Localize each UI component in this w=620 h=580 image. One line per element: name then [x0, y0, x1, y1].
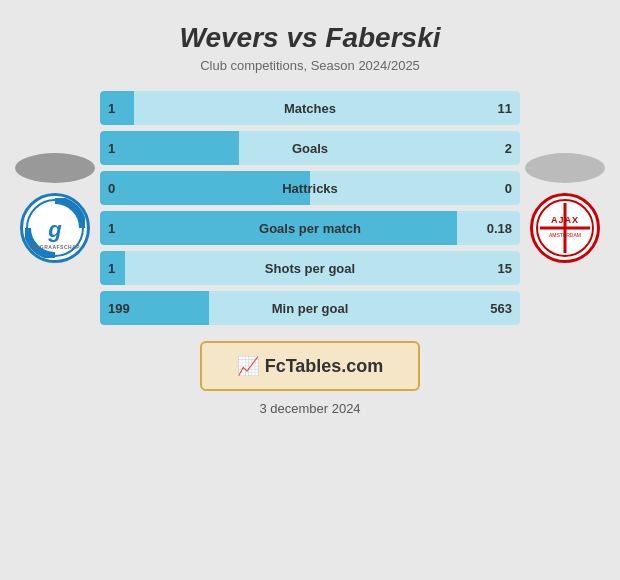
- stat-row: 1Goals per match0.18: [100, 211, 520, 245]
- stat-left-val-2: 0: [108, 181, 115, 196]
- stat-right-val-2: 0: [505, 181, 512, 196]
- stat-row: 1Goals2: [100, 131, 520, 165]
- svg-text:g: g: [47, 217, 62, 242]
- page-subtitle: Club competitions, Season 2024/2025: [200, 58, 420, 73]
- fctables-banner: 📈 FcTables.com: [200, 341, 420, 391]
- svg-text:AJAX: AJAX: [551, 215, 579, 225]
- stat-row: 1Matches11: [100, 91, 520, 125]
- stat-right-val-3: 0.18: [487, 221, 512, 236]
- page-title: Wevers vs Faberski: [180, 22, 441, 54]
- stat-right-val-0: 11: [498, 101, 512, 116]
- svg-text:DE GRAAFSCHAP: DE GRAAFSCHAP: [30, 244, 80, 250]
- right-ellipse-decoration: [525, 153, 605, 183]
- left-ellipse-decoration: [15, 153, 95, 183]
- fctables-icon: 📈: [237, 355, 259, 377]
- right-team-logo: AJAX AMSTERDAM: [520, 153, 610, 263]
- stat-label-3: Goals per match: [259, 221, 361, 236]
- stat-left-val-0: 1: [108, 101, 115, 116]
- stat-right-val-5: 563: [490, 301, 512, 316]
- left-team-logo: g DE GRAAFSCHAP: [10, 153, 100, 263]
- stat-label-4: Shots per goal: [265, 261, 355, 276]
- stat-label-2: Hattricks: [282, 181, 338, 196]
- stat-label-0: Matches: [284, 101, 336, 116]
- stat-row: 1Shots per goal15: [100, 251, 520, 285]
- stat-label-5: Min per goal: [272, 301, 349, 316]
- stat-left-val-5: 199: [108, 301, 130, 316]
- stat-left-val-4: 1: [108, 261, 115, 276]
- stat-row: 0Hattricks0: [100, 171, 520, 205]
- stats-area: 1Matches111Goals20Hattricks01Goals per m…: [100, 91, 520, 325]
- stat-right-val-4: 15: [498, 261, 512, 276]
- stat-label-1: Goals: [292, 141, 328, 156]
- stat-left-val-3: 1: [108, 221, 115, 236]
- svg-text:AMSTERDAM: AMSTERDAM: [549, 232, 581, 238]
- stat-right-val-1: 2: [505, 141, 512, 156]
- graafschap-logo: g DE GRAAFSCHAP: [20, 193, 90, 263]
- ajax-logo: AJAX AMSTERDAM: [530, 193, 600, 263]
- stat-left-val-1: 1: [108, 141, 115, 156]
- fctables-text: FcTables.com: [265, 356, 384, 377]
- match-date: 3 december 2024: [259, 401, 360, 416]
- stat-row: 199Min per goal563: [100, 291, 520, 325]
